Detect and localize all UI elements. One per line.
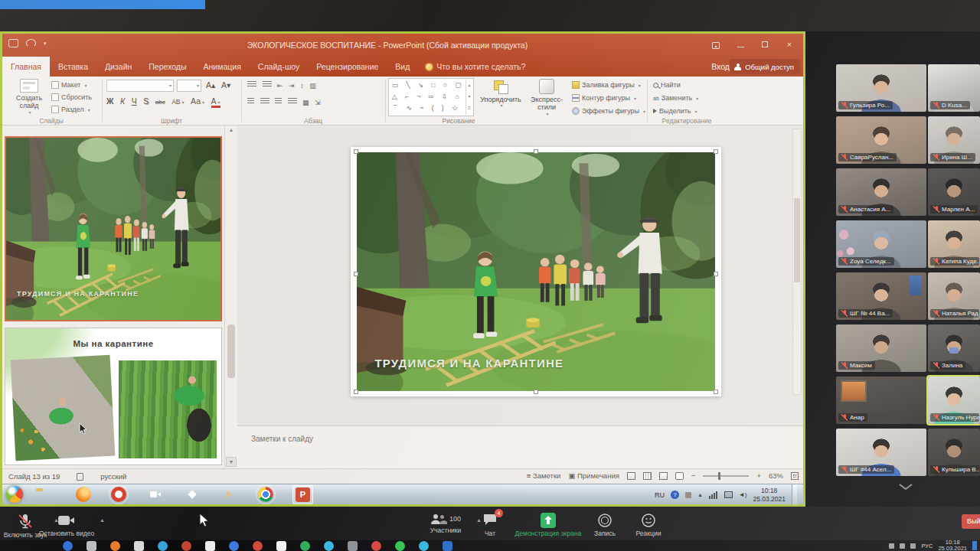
columns-icon[interactable]: ▦ — [302, 99, 309, 106]
selection-handle[interactable] — [714, 272, 718, 276]
video-options-chevron-icon[interactable]: ▲ — [100, 517, 105, 523]
participant-tile[interactable]: Максим — [836, 324, 926, 372]
taskbar-firefox-icon[interactable] — [76, 487, 91, 502]
tab-home[interactable]: Главная — [2, 57, 50, 77]
host-taskbar-icon[interactable] — [87, 541, 96, 551]
tray-app-icon[interactable] — [685, 492, 691, 498]
text-direction-icon[interactable]: ▥ — [309, 82, 316, 90]
host-taskbar-icon[interactable] — [63, 541, 73, 551]
decrease-indent-icon[interactable]: ⇤ — [277, 82, 283, 90]
tab-view[interactable]: Вид — [387, 57, 418, 77]
change-case-button[interactable]: Аа — [191, 96, 204, 106]
host-taskbar-icon[interactable] — [229, 541, 239, 551]
leave-meeting-button[interactable]: Выйти — [962, 514, 980, 529]
show-desktop-button[interactable] — [792, 484, 797, 505]
participant-tile[interactable]: СаяраРуслан... — [836, 116, 926, 164]
select-button[interactable]: Выделить — [653, 107, 697, 115]
editor-scrollbar[interactable] — [792, 129, 802, 395]
participant-tile[interactable]: Анар — [836, 377, 926, 424]
participant-tile[interactable]: Катипа Куде... — [928, 220, 980, 268]
share-screen-button[interactable]: Демонстрация экрана — [510, 513, 586, 537]
find-button[interactable]: Найти — [653, 81, 681, 89]
bold-button[interactable]: Ж — [106, 96, 114, 106]
host-taskbar-icon[interactable] — [181, 541, 191, 551]
reactions-button[interactable]: Реакции — [629, 513, 668, 537]
participant-tile[interactable]: Залина — [928, 324, 980, 372]
keyboard-icon[interactable] — [889, 543, 894, 549]
shape-effects-button[interactable]: Эффекты фигуры — [572, 107, 645, 115]
qat-customize-caret-icon[interactable]: ▾ — [44, 41, 47, 47]
shape-fill-button[interactable]: Заливка фигуры — [572, 81, 641, 89]
shapes-gallery-scroll[interactable]: ▴▾≡ — [466, 80, 472, 115]
notes-toggle[interactable]: ≡ Заметки — [527, 471, 561, 480]
zoom-level[interactable]: 63% — [769, 471, 783, 480]
align-right-icon[interactable] — [275, 98, 282, 105]
selection-handle[interactable] — [534, 390, 538, 394]
tab-design[interactable]: Дизайн — [96, 57, 140, 77]
scroll-up-icon[interactable]: ▲ — [225, 127, 237, 132]
start-slideshow-icon[interactable] — [8, 39, 18, 47]
host-clock[interactable]: 10:18 25.03.2021 — [938, 540, 967, 551]
host-taskbar-icon[interactable] — [419, 541, 429, 551]
host-taskbar-icon[interactable] — [205, 541, 215, 551]
thumbnail-slide-13-selected[interactable]: ТРУДИМСЯ И НА КАРАНТИНЕ — [5, 136, 222, 321]
language-indicator[interactable]: русский — [100, 472, 126, 481]
undo-icon[interactable] — [26, 39, 36, 47]
normal-view-icon[interactable] — [627, 472, 635, 480]
host-taskbar-icon[interactable] — [276, 541, 286, 551]
tray-signal-icon[interactable] — [709, 491, 718, 499]
participant-tile[interactable]: Кульшира В... — [928, 429, 980, 476]
host-tray-edge-icon[interactable] — [972, 541, 977, 550]
host-taskbar-icon[interactable] — [110, 541, 120, 551]
participants-button[interactable]: 100 Участники — [421, 513, 470, 534]
collapse-gallery-chevron-icon[interactable] — [897, 482, 914, 491]
selection-handle[interactable] — [354, 390, 358, 394]
zoom-slider[interactable] — [703, 475, 749, 477]
minimize-button[interactable] — [728, 35, 753, 54]
participant-tile[interactable]: ШГ № 44 Ва... — [836, 272, 926, 320]
mic-tray-icon[interactable] — [900, 543, 905, 549]
thumbnail-slide-14[interactable]: Мы на карантине — [5, 328, 222, 465]
shrink-font-button[interactable]: А▾ — [221, 80, 230, 90]
grow-font-button[interactable]: А▴ — [206, 80, 215, 90]
host-taskbar-icon[interactable] — [158, 541, 168, 551]
tray-hidden-icons-arrow[interactable]: ▲ — [697, 492, 703, 497]
slide-photo-object[interactable]: ТРУДИМСЯ И НА КАРАНТИНЕ — [357, 152, 715, 391]
participant-tile[interactable]: Наталья Рад... — [928, 272, 980, 320]
accessibility-icon[interactable] — [77, 473, 83, 481]
shape-outline-button[interactable]: Контур фигуры — [572, 94, 636, 102]
selection-handle[interactable] — [714, 390, 718, 394]
close-button[interactable]: × — [777, 35, 802, 54]
italic-button[interactable]: К — [120, 96, 125, 106]
underline-button[interactable]: Ч — [132, 96, 137, 106]
tab-slideshow[interactable]: Слайд-шоу — [250, 57, 308, 77]
text-shadow-button[interactable]: S — [143, 96, 149, 106]
participant-tile[interactable]: Анастасия А... — [836, 168, 926, 216]
zoom-out-button[interactable]: − — [691, 471, 696, 480]
font-size-combobox[interactable] — [177, 80, 201, 92]
slide-sorter-view-icon[interactable] — [643, 472, 652, 480]
taskbar-opera-icon[interactable] — [111, 487, 126, 502]
align-center-icon[interactable] — [260, 98, 270, 105]
tab-insert[interactable]: Вставка — [50, 57, 96, 77]
participant-tile[interactable]: Марлен А... — [928, 168, 980, 216]
notes-pane[interactable]: Заметки к слайду — [237, 425, 803, 468]
scroll-down-icon[interactable]: ▼ — [226, 457, 237, 467]
record-button[interactable]: Запись — [588, 513, 622, 537]
arrange-button[interactable]: Упорядочить — [479, 79, 523, 109]
sign-in-button[interactable]: Вход — [711, 57, 730, 77]
participant-tile[interactable]: D Kusa... — [928, 64, 980, 112]
bullets-icon[interactable] — [247, 81, 256, 88]
quick-styles-button[interactable]: Экспресс-стили — [524, 79, 569, 117]
align-left-icon[interactable] — [247, 98, 254, 105]
participant-tile[interactable]: Гульзира Ро... — [836, 64, 926, 112]
comments-toggle[interactable]: ▣ Примечания — [568, 471, 619, 480]
reading-view-icon[interactable] — [659, 472, 668, 480]
selection-handle[interactable] — [354, 272, 358, 276]
taskbar-chrome-icon[interactable] — [258, 487, 273, 502]
host-taskbar-icon[interactable] — [371, 541, 381, 551]
restore-button[interactable] — [753, 35, 777, 54]
layout-button[interactable]: Макет — [51, 81, 87, 89]
start-button[interactable] — [6, 486, 23, 503]
participant-tile[interactable]: Ирина Ш... — [928, 116, 980, 164]
